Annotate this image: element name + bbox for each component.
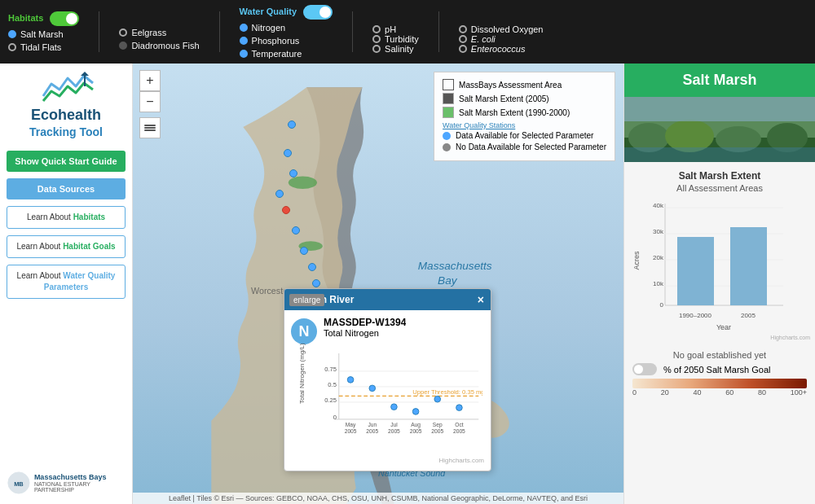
logo-area: Ecohealth Tracking Tool [29,72,103,140]
legend-no-data-label: No Data Available for Selected Parameter [456,142,606,151]
habitat-option-tidalflats[interactable]: Tidal Flats [8,42,79,52]
zoom-out-button[interactable]: − [139,91,161,112]
wq-option-ph[interactable]: pH [372,24,419,34]
do-label: Dissolved Oxygen [471,24,544,34]
habitat-option-diadromous[interactable]: Diadromous Fish [119,41,199,50]
wq-station-1[interactable] [288,121,296,129]
data-sources-button[interactable]: Data Sources [7,178,126,199]
enterococcus-radio [459,45,467,53]
layers-button[interactable] [139,117,161,138]
svg-rect-53 [624,147,815,162]
svg-text:0.5: 0.5 [328,381,337,388]
svg-point-33 [434,396,441,402]
popup-parameter: Total Nitrogen [324,328,406,338]
mbay-logo: MB Massachusetts Bays National Estuary P… [7,470,126,496]
wq-option-turbidity[interactable]: Turbidity [372,34,419,44]
learn-habitats-button[interactable]: Learn About Habitats [7,206,126,229]
svg-text:0.75: 0.75 [324,366,337,373]
zoom-in-button[interactable]: + [139,70,161,91]
temperature-label: Temperature [252,49,302,59]
tidalflats-radio [8,43,16,51]
svg-text:Upper Threshold: 0.35 mg/L: Upper Threshold: 0.35 mg/L [412,388,482,396]
wq-option-temperature[interactable]: Temperature [240,49,333,59]
right-panel: Salt Marsh Salt Marsh Extent All Assessm… [623,64,815,504]
svg-text:0: 0 [333,414,337,421]
logo-icon [42,72,90,104]
wq-section: Water Quality Nitrogen Phosphorus Temper… [240,5,333,59]
divider-3 [352,11,353,52]
legend-saltmarsh2005: Salt Marsh Extent (2005) [443,93,606,104]
popup-chart-credit: Highcharts.com [291,457,484,464]
wq-station-8[interactable] [312,279,320,287]
wq-option-salinity[interactable]: Salinity [372,44,419,54]
learn-habitat-goals-button[interactable]: Learn About Habitat Goals [7,235,126,258]
wq-toggle[interactable] [303,5,333,20]
map-legend: MassBays Assessment Area Salt Marsh Exte… [434,72,615,161]
wq-station-4[interactable] [275,190,284,198]
legend-massbays: MassBays Assessment Area [443,79,606,90]
wq-option-phosphorus[interactable]: Phosphorus [240,36,333,46]
phosphorus-label: Phosphorus [252,36,300,46]
wq-label: Water Quality [240,7,297,16]
svg-rect-17 [144,129,156,131]
color-scale [632,379,807,388]
wq-option-ecoli[interactable]: E. coli [459,34,544,44]
goal-toggle[interactable] [632,363,657,375]
ph-label: pH [385,24,396,34]
mbay-name: Massachusetts Bays [34,473,126,481]
divider-2 [219,11,220,52]
wq-station-6[interactable] [300,247,308,255]
turbidity-label: Turbidity [385,34,419,44]
color-scale-labels: 0 20 40 60 80 100+ [632,388,807,397]
svg-text:2005: 2005 [345,428,357,434]
saltmarsh-radio [8,30,16,38]
learn-wq-button[interactable]: Learn About Water Quality Parameters [7,265,126,299]
salinity-label: Salinity [385,44,413,54]
quick-start-button[interactable]: Show Quick Start Guide [7,151,126,172]
divider-4 [438,11,439,52]
temperature-radio [240,50,248,58]
saltmarsh-chart: Salt Marsh Extent All Assessment Areas 4… [632,170,807,397]
wq-station-7[interactable] [308,263,316,271]
legend-wq-title: Water Quality Stations [443,121,606,129]
app-title: Ecohealth Tracking Tool [29,107,103,140]
popup-close-button[interactable]: × [478,293,484,306]
bar-chart-svg: 40k 30k 20k 10k 0 [632,199,812,342]
popup-station-id: MASSDEP-W1394 [324,317,406,328]
wq-option-enterococcus[interactable]: Enterococcus [459,44,544,54]
wq-station-selected[interactable] [282,206,290,214]
map-area[interactable]: Worcester Massachusetts Bay Cape Cod Bay… [133,64,623,504]
habitat-option-saltmarsh[interactable]: Salt Marsh [8,29,79,39]
color-scale-bar [632,379,807,388]
turbidity-radio [372,35,381,43]
habitat-option-eelgrass[interactable]: Eelgrass [119,28,199,37]
wq-station-5[interactable] [292,226,300,234]
svg-text:2005: 2005 [366,428,378,434]
map-attribution: Leaflet | Tiles © Esri — Sources: GEBCO,… [133,493,623,504]
svg-text:0.25: 0.25 [324,397,337,404]
wq-section-3: Dissolved Oxygen E. coli Enterococcus [459,10,544,54]
svg-rect-67 [730,227,767,305]
chart-subtitle: All Assessment Areas [632,183,807,193]
divider-1 [99,11,99,52]
phosphorus-radio [240,37,248,45]
saltmarsh-label: Salt Marsh [20,29,64,39]
wq-option-nitrogen[interactable]: Nitrogen [240,23,333,33]
svg-rect-16 [144,127,156,129]
mbay-subtitle: National Estuary Partnership [34,481,126,493]
popup-parameter-icon: N [291,318,317,344]
legend-data-available: Data Available for Selected Parameter [443,131,606,140]
svg-text:2005: 2005 [388,428,400,434]
top-nav: Habitats Salt Marsh Tidal Flats Eelgrass… [0,0,815,64]
wq-station-3[interactable] [289,169,297,177]
do-radio [459,25,467,33]
habitats-toggle[interactable] [50,11,79,26]
svg-text:Jul: Jul [390,422,398,427]
svg-text:20k: 20k [653,254,664,261]
svg-text:2005: 2005 [410,428,422,434]
svg-text:Jun: Jun [368,422,377,427]
ecoli-label: E. coli [471,34,496,44]
wq-option-do[interactable]: Dissolved Oxygen [459,24,544,34]
popup-enlarge-button[interactable]: enlarge [289,294,324,306]
wq-station-2[interactable] [284,149,292,157]
